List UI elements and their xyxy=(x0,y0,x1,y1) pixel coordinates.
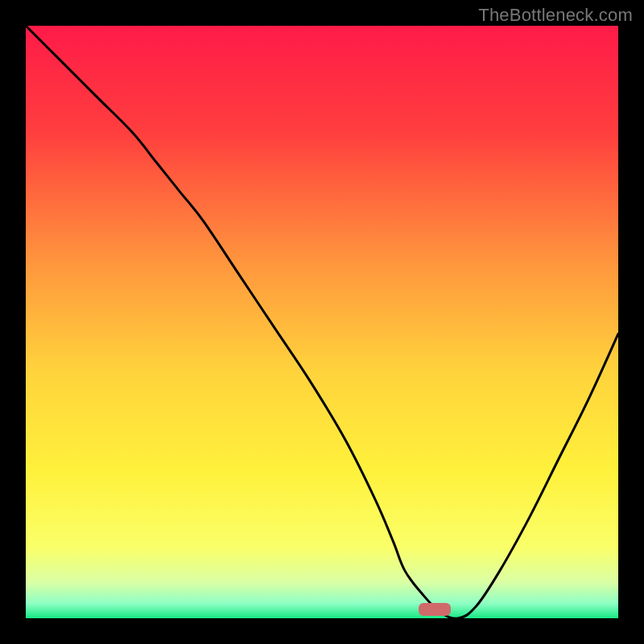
svg-rect-0 xyxy=(26,26,618,618)
heatmap-gradient-background xyxy=(26,26,618,618)
chart-frame: TheBottleneck.com xyxy=(0,0,644,644)
watermark-label: TheBottleneck.com xyxy=(478,5,633,26)
optimal-range-marker xyxy=(419,603,451,616)
plot-area xyxy=(26,26,618,618)
